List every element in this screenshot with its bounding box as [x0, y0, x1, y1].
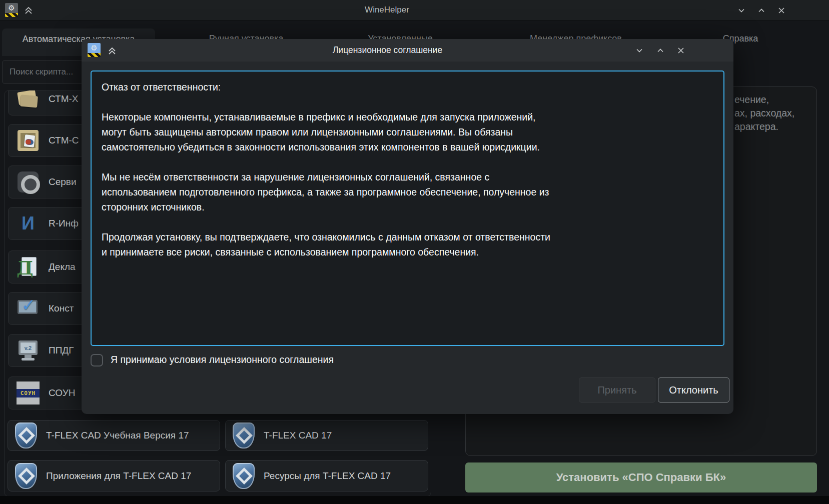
window-title: WineHelper — [75, 0, 699, 20]
gear-icon: ⚙ — [88, 43, 101, 53]
close-icon — [776, 5, 787, 16]
dialog-titlebar: ⚙ Лицензионное соглашение — [82, 39, 733, 62]
close-button[interactable] — [775, 4, 788, 17]
installer-tflex-apps-17[interactable]: Приложения для T-FLEX CAD 17 — [8, 460, 220, 492]
dialog-maximize-button[interactable] — [654, 44, 667, 57]
chevron-up-icon — [655, 45, 666, 56]
frame-document-icon — [17, 129, 40, 152]
license-text-area[interactable]: Отказ от ответственности: Некоторые комп… — [91, 70, 724, 346]
license-dialog: ⚙ Лицензионное соглашение — [82, 39, 733, 414]
tflex-shield-icon — [233, 463, 255, 489]
ring-icon — [17, 170, 40, 194]
chevron-up-icon — [756, 5, 767, 16]
accept-button[interactable]: Принять — [579, 378, 655, 402]
installer-tflex-resources-17[interactable]: Ресурсы для T-FLEX CAD 17 — [225, 460, 428, 492]
folder-icon — [17, 90, 40, 110]
chevron-down-icon — [736, 5, 747, 16]
app-gear-hazard-icon: ⚙ — [5, 3, 18, 17]
dialog-title: Лицензионное соглашение — [112, 39, 663, 62]
hazard-stripes-icon — [88, 53, 101, 57]
monitor-check-icon: ✓ — [17, 297, 40, 320]
dialog-close-button[interactable] — [674, 44, 687, 57]
minimize-button[interactable] — [735, 4, 748, 17]
soun-badge-icon: СОУН — [17, 382, 40, 404]
gear-icon: ⚙ — [5, 3, 18, 13]
accept-license-checkbox[interactable] — [91, 354, 103, 366]
installer-tflex-cad-edu-17[interactable]: T-FLEX CAD Учебная Версия 17 — [8, 420, 220, 451]
maximize-button[interactable] — [755, 4, 768, 17]
monitor-v2-icon: v.2 — [17, 339, 40, 362]
letter-i-icon: И — [17, 212, 40, 235]
tflex-shield-icon — [15, 422, 37, 448]
shade-window-button[interactable] — [22, 4, 35, 16]
license-paragraph: Отказ от ответственности: — [102, 80, 554, 94]
double-chevron-up-icon — [23, 4, 34, 16]
close-icon — [675, 45, 686, 56]
chevron-down-icon — [634, 45, 645, 56]
letter-d-document-icon: Д — [17, 256, 40, 278]
description-text: ечение, ах, расходах, арактера. — [734, 93, 794, 134]
winehelper-window: ⚙ WineHelper Автоматическая установка Ру… — [0, 0, 829, 504]
decline-button[interactable]: Отклонить — [658, 378, 729, 402]
license-paragraph: Продолжая установку, вы подтверждаете, ч… — [102, 230, 554, 260]
hazard-stripes-icon — [5, 13, 18, 17]
main-titlebar: ⚙ WineHelper — [0, 0, 829, 20]
dialog-minimize-button[interactable] — [633, 44, 646, 57]
installer-tflex-cad-17[interactable]: T-FLEX CAD 17 — [225, 420, 428, 451]
license-paragraph: Некоторые компоненты, устанавливаемые в … — [102, 110, 554, 154]
license-paragraph: Мы не несём ответственности за нарушение… — [102, 170, 554, 214]
accept-license-checkbox-label: Я принимаю условия лицензионного соглаше… — [111, 354, 334, 366]
install-spo-spravki-bk-button[interactable]: Установить «СПО Справки БК» — [465, 462, 817, 492]
bottom-strip — [0, 496, 829, 504]
app-gear-hazard-icon: ⚙ — [88, 43, 101, 57]
tflex-shield-icon — [15, 463, 37, 489]
tflex-shield-icon — [233, 422, 255, 448]
